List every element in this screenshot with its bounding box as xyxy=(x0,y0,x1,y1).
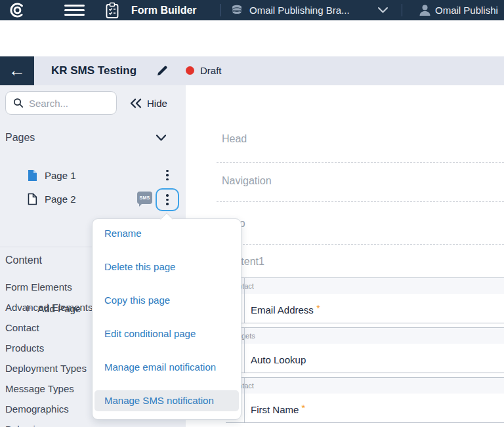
required-asterisk: * xyxy=(301,402,305,413)
page-context-menu: Rename Delete this page Copy this page E… xyxy=(92,218,242,420)
form-builder-clipboard-icon xyxy=(104,2,120,19)
content-section-header: Content xyxy=(5,254,42,266)
field-label: Email Address xyxy=(251,304,314,315)
sidebar-item-behaviors[interactable]: Behaviors xyxy=(5,419,182,427)
required-asterisk: * xyxy=(316,302,320,314)
menu-item-copy-page[interactable]: Copy this page xyxy=(94,290,239,311)
form-builder-app: Form Builder Omail Publishing Bra... Oma… xyxy=(0,0,504,427)
menu-item-manage-sms-notification[interactable]: Manage SMS notification xyxy=(94,390,239,411)
edit-name-pencil-icon[interactable] xyxy=(156,65,168,77)
search-input[interactable] xyxy=(29,98,108,109)
menu-item-delete-page[interactable]: Delete this page xyxy=(94,256,239,277)
page-row-1[interactable]: Page 1 xyxy=(0,167,186,184)
hamburger-menu-icon[interactable] xyxy=(64,5,85,16)
pages-chevron-down-icon xyxy=(156,134,167,142)
search-icon xyxy=(13,98,24,108)
user-avatar-icon xyxy=(418,3,432,17)
canvas-section-head[interactable]: Head xyxy=(222,133,247,145)
page-icon-filled xyxy=(28,169,37,182)
double-chevron-left-icon xyxy=(130,98,142,108)
app-title: Form Builder xyxy=(131,0,197,20)
field-label: Auto Lookup xyxy=(251,354,306,365)
back-button[interactable]: ← xyxy=(0,56,34,85)
top-navigation-bar: Form Builder Omail Publishing Bra... Oma… xyxy=(0,0,504,20)
page-2-kebab-menu-button[interactable] xyxy=(156,188,179,211)
sms-notification-badge: SMS xyxy=(137,192,152,204)
section-separator xyxy=(217,162,504,163)
menu-item-rename[interactable]: Rename xyxy=(94,223,239,244)
field-category-label: Contact xyxy=(226,378,504,394)
page-1-kebab-menu-icon[interactable] xyxy=(161,168,174,182)
canvas-section-navigation[interactable]: Navigation xyxy=(222,175,272,187)
section-separator xyxy=(217,201,504,202)
search-box xyxy=(5,91,117,115)
field-email-address[interactable]: Contact Email Address* xyxy=(226,277,504,323)
form-title-bar: ← KR SMS Testing xyxy=(0,56,504,85)
field-category-label: Contact xyxy=(226,278,504,294)
page-icon-outline xyxy=(28,193,37,205)
section-separator xyxy=(217,244,504,245)
page-label: Page 1 xyxy=(45,170,76,181)
status-dot xyxy=(186,66,194,75)
hide-label: Hide xyxy=(147,98,167,109)
field-label-row: Auto Lookup xyxy=(226,344,504,373)
database-icon xyxy=(230,4,243,17)
menu-item-manage-email-notification[interactable]: Manage email notification xyxy=(94,357,239,378)
pages-header-label: Pages xyxy=(5,132,35,143)
field-label-row: First Name* xyxy=(226,394,504,422)
menu-item-edit-conditional-page[interactable]: Edit conditional page xyxy=(94,323,239,344)
brand-chevron-down-icon[interactable] xyxy=(377,6,388,14)
hide-sidebar-button[interactable]: Hide xyxy=(130,94,167,112)
field-label-row: Email Address* xyxy=(226,294,504,323)
field-label: First Name xyxy=(251,404,299,415)
field-auto-lookup[interactable]: Widgets Auto Lookup xyxy=(226,327,504,373)
form-name: KR SMS Testing xyxy=(51,56,136,85)
topbar-divider xyxy=(220,4,221,16)
field-category-label: Widgets xyxy=(226,328,504,344)
form-field-list: Contact Email Address* Widgets Auto Look… xyxy=(226,277,504,427)
field-first-name[interactable]: Contact First Name* xyxy=(226,377,504,423)
brand-selector[interactable]: Omail Publishing Bra... xyxy=(249,0,350,20)
page-label: Page 2 xyxy=(45,193,76,205)
topbar-divider xyxy=(402,4,402,16)
status-badge: Draft xyxy=(200,56,222,85)
user-menu[interactable]: Omail Publishi xyxy=(435,0,498,20)
pages-section-header[interactable]: Pages xyxy=(5,132,176,146)
omeda-logo-icon[interactable] xyxy=(9,2,26,18)
kebab-icon xyxy=(161,193,174,207)
